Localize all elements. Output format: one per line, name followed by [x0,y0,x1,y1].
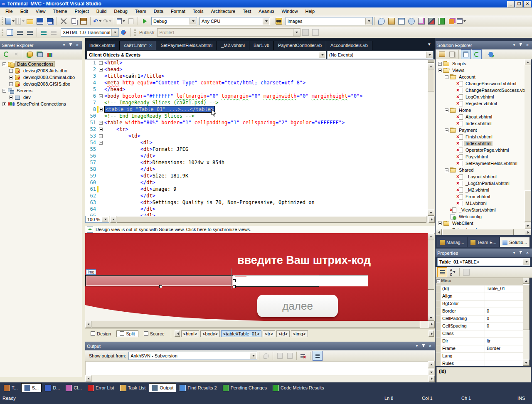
expander-plus-icon[interactable] [438,62,442,66]
check-page-validation-icon[interactable]: ✓ [119,28,128,37]
view-tab-design[interactable]: Design [88,331,114,337]
categorized-icon[interactable] [437,267,447,277]
bottom-tab-pending-changes[interactable]: Pending Changes [220,384,269,392]
target-schema-combo[interactable]: XHTML 1.0 Transitional [61,28,119,37]
close-panel-icon[interactable] [525,42,530,48]
output-content[interactable] [85,361,435,375]
resize-handle[interactable] [159,285,162,288]
property-row-rules[interactable]: Rules [436,360,523,366]
bottom-tab-error-list[interactable]: Error List [85,384,117,392]
word-wrap-icon[interactable] [313,351,323,361]
copy-button[interactable] [69,17,78,26]
design-sync-infobar[interactable]: Design view is out of sync with Source v… [85,226,435,234]
add-server-icon[interactable] [35,50,44,59]
expander-plus-icon[interactable] [9,69,13,73]
breadcrumb-scroll-right-icon[interactable] [429,330,434,337]
tree-item-layout-vbhtml[interactable]: _Layout.vbhtml [436,173,525,180]
close-tab-icon[interactable] [149,43,152,48]
refresh-icon[interactable] [472,49,482,59]
comment-lines-icon[interactable] [39,28,48,37]
tree-item-views[interactable]: Views [436,67,525,74]
alphabetical-sort-icon[interactable]: AZ [448,268,457,277]
editor-vscrollbar[interactable] [428,59,434,216]
property-value[interactable] [485,353,523,360]
tree-item-scripts[interactable]: Scripts [436,60,525,67]
connect-to-database-icon[interactable] [25,50,34,59]
menu-debug[interactable]: Debug [110,8,131,15]
expander-plus-icon[interactable] [9,82,13,86]
tree-item-logon-vbhtml[interactable]: LogOn.vbhtml [436,94,525,100]
tree-item-account[interactable]: Account [436,74,525,80]
split-view-button[interactable] [15,17,25,26]
auto-hide-pin-icon[interactable] [421,343,426,349]
next-button[interactable]: далее [257,295,338,317]
tree-item-shared[interactable]: Shared [436,167,525,173]
vertical-splitter[interactable] [82,38,85,382]
tree-item-changepassword-vbhtml[interactable]: ChangePassword.vbhtml [436,80,525,87]
source-code-editor[interactable]: 1<html>2<head>3<title>сайт1</title>4<met… [85,59,428,216]
tree-item-finish-vbhtml[interactable]: Finish.vbhtml [436,133,525,140]
window-position-icon[interactable] [61,42,67,48]
tree-item-register-vbhtml[interactable]: Register.vbhtml [436,100,525,107]
output-hscrollbar[interactable] [85,375,435,382]
tree-item-logonpartial-vbhtml[interactable]: _LogOnPartial.vbhtml [436,180,525,187]
menu-theme[interactable]: Theme [49,8,71,15]
fold-minus-icon[interactable] [99,94,103,98]
property-value[interactable]: Border [485,345,523,352]
fold-minus-icon[interactable] [99,68,103,71]
cut-button[interactable] [59,17,68,26]
menu-test[interactable]: Test [239,8,255,15]
bottom-tab-output[interactable]: Output [149,383,176,392]
uncomment-lines-icon[interactable] [49,28,58,37]
navigate-backward-button[interactable] [116,17,126,26]
fold-minus-icon[interactable] [99,141,103,145]
bottom-tab-code-metrics-results[interactable]: Code Metrics Results [270,384,327,392]
find-in-files-icon[interactable] [274,17,283,26]
solution-explorer-icon[interactable] [397,17,406,26]
expander-minus-icon[interactable] [2,89,6,93]
window-position-icon[interactable] [511,250,517,256]
breadcrumb-scroll-left-icon[interactable] [175,330,180,337]
property-value[interactable] [485,301,523,308]
find-message-icon[interactable] [261,351,271,360]
design-hscrollbar[interactable] [85,321,435,328]
stop-refresh-icon[interactable]: ✕ [12,50,21,59]
menu-view[interactable]: View [32,8,49,15]
breadcrumb-tr[interactable]: <tr> [263,330,275,337]
previous-message-icon[interactable] [275,351,284,360]
next-message-icon[interactable] [285,351,294,360]
breadcrumb-img[interactable]: <img> [291,330,308,337]
property-row-dir[interactable]: Dirltr [436,338,523,345]
find-symbol-results-icon[interactable] [407,17,416,26]
menu-edit[interactable]: Edit [17,8,32,15]
window-position-icon[interactable] [511,42,517,48]
edit-profile-icon[interactable] [311,28,320,37]
toolbar-grip[interactable] [2,29,3,36]
property-row-class[interactable]: Class [436,330,523,338]
tree-item-sharepoint-connections[interactable]: SharePoint Connections [0,101,82,107]
tree-item-payment[interactable]: Payment [436,127,525,133]
tree-item-error-vbhtml[interactable]: Error.vbhtml [436,193,525,200]
tree-item-dev[interactable]: dev [0,94,82,101]
start-debugging-button[interactable] [140,17,149,26]
barcode-input-field[interactable] [233,275,368,286]
bottom-tab-task-list[interactable]: Task List [118,384,148,392]
menu-team[interactable]: Team [131,8,150,15]
expander-plus-icon[interactable] [438,222,442,225]
auto-hide-pin-icon[interactable] [518,42,524,48]
resize-handle[interactable] [233,279,236,282]
tree-item-web-config[interactable]: Web.config [436,213,525,220]
window-list-icon[interactable] [457,17,466,26]
tree-item-home[interactable]: Home [436,107,525,113]
events-combo[interactable]: (No Events) [327,51,433,59]
bottom-tab-cl[interactable]: Cl... [63,384,84,392]
property-value[interactable] [485,293,523,300]
property-row-border[interactable]: Border0 [436,308,523,315]
navigate-forward-button[interactable] [126,17,135,26]
open-file-button[interactable] [25,17,34,26]
tree-item-data-connections[interactable]: Data Connections [0,61,82,67]
properties-object-combo[interactable]: Table_01 <TABLE> [437,258,530,266]
tree-item-changepasswordsuccess-vbhtml[interactable]: ChangePasswordSuccess.vbhtml [436,87,525,94]
property-row-lang[interactable]: Lang [436,353,523,360]
editor-zoom-combo[interactable]: 100 % [85,216,109,223]
